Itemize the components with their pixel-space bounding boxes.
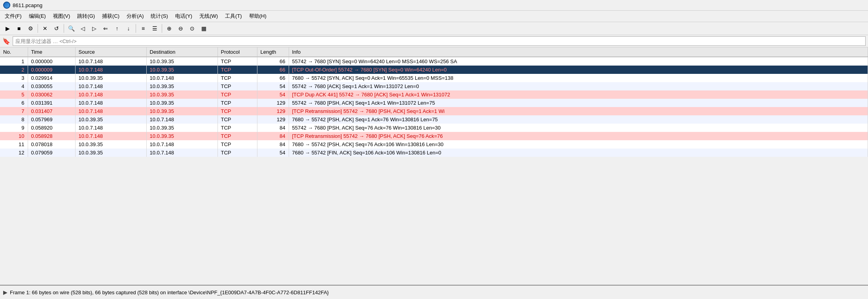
- prev-packet-btn[interactable]: ⇐: [100, 23, 111, 34]
- reload-file-btn[interactable]: ↺: [51, 23, 62, 34]
- cell-no: 9: [0, 124, 28, 132]
- header-protocol[interactable]: Protocol: [217, 47, 257, 57]
- cell-dest: 10.0.39.35: [146, 57, 217, 66]
- table-row[interactable]: 80.05796910.0.39.3510.0.7.148TCP1297680 …: [0, 115, 868, 124]
- cell-protocol: TCP: [217, 107, 257, 115]
- cell-dest: 10.0.39.35: [146, 82, 217, 90]
- zoom-out-btn[interactable]: ⊖: [176, 23, 186, 34]
- find-packet-btn[interactable]: 🔍: [66, 23, 76, 34]
- cell-no: 1: [0, 57, 28, 66]
- menu-tools[interactable]: 工具(T): [222, 11, 245, 21]
- cell-time: 0.031391: [28, 99, 75, 107]
- cell-length: 84: [257, 140, 289, 149]
- start-capture-btn[interactable]: ▶: [2, 23, 13, 34]
- status-bar: ▶ Frame 1: 66 bytes on wire (528 bits), …: [0, 285, 868, 299]
- cell-info: 7680 → 55742 [PSH, ACK] Seq=76 Ack=106 W…: [289, 140, 868, 149]
- cell-source: 10.0.7.148: [75, 124, 146, 132]
- stop-capture-btn[interactable]: ■: [14, 23, 24, 34]
- header-no[interactable]: No.: [0, 47, 28, 57]
- cell-dest: 10.0.7.148: [146, 115, 217, 124]
- go-forward-btn[interactable]: ▷: [89, 23, 99, 34]
- next-keyframe-btn[interactable]: ↓: [123, 23, 134, 34]
- packet-table: No. Time Source Destination Protocol Len…: [0, 47, 868, 157]
- main-area: No. Time Source Destination Protocol Len…: [0, 47, 868, 296]
- menu-wireless[interactable]: 无线(W): [196, 11, 221, 21]
- go-back-btn[interactable]: ◁: [78, 23, 88, 34]
- table-row[interactable]: 20.00000910.0.7.14810.0.39.35TCP66[TCP O…: [0, 66, 868, 74]
- cell-dest: 10.0.39.35: [146, 107, 217, 115]
- cell-source: 10.0.39.35: [75, 115, 146, 124]
- colorize-btn[interactable]: ≡: [138, 23, 148, 34]
- header-length[interactable]: Length: [257, 47, 289, 57]
- packet-list[interactable]: No. Time Source Destination Protocol Len…: [0, 47, 868, 296]
- menu-telephone[interactable]: 电话(Y): [172, 11, 195, 21]
- cell-no: 6: [0, 99, 28, 107]
- cell-protocol: TCP: [217, 149, 257, 157]
- cell-length: 129: [257, 107, 289, 115]
- table-row[interactable]: 30.02991410.0.39.3510.0.7.148TCP667680 →…: [0, 74, 868, 82]
- cell-no: 8: [0, 115, 28, 124]
- cell-protocol: TCP: [217, 140, 257, 149]
- cell-info: 55742 → 7680 [ACK] Seq=1 Ack=1 Win=13107…: [289, 82, 868, 90]
- cell-info: 55742 → 7680 [PSH, ACK] Seq=1 Ack=1 Win=…: [289, 99, 868, 107]
- menu-analyze[interactable]: 分析(A): [123, 11, 147, 21]
- cell-length: 54: [257, 149, 289, 157]
- table-row[interactable]: 120.07905910.0.39.3510.0.7.148TCP547680 …: [0, 149, 868, 157]
- prev-keyframe-btn[interactable]: ↑: [112, 23, 122, 34]
- zoom-in-btn[interactable]: ⊕: [164, 23, 174, 34]
- capture-options-btn[interactable]: ⚙: [25, 23, 36, 34]
- cell-info: [TCP Retransmission] 55742 → 7680 [PSH, …: [289, 107, 868, 115]
- cell-length: 66: [257, 66, 289, 74]
- filter-input[interactable]: [13, 36, 866, 46]
- cell-protocol: TCP: [217, 115, 257, 124]
- table-row[interactable]: 10.00000010.0.7.14810.0.39.35TCP6655742 …: [0, 57, 868, 66]
- cell-length: 54: [257, 82, 289, 90]
- cell-time: 0.057969: [28, 115, 75, 124]
- cell-source: 10.0.7.148: [75, 107, 146, 115]
- table-row[interactable]: 50.03006210.0.7.14810.0.39.35TCP54[TCP D…: [0, 90, 868, 99]
- cell-no: 11: [0, 140, 28, 149]
- menu-help[interactable]: 帮助(H): [246, 11, 270, 21]
- io-graph-btn[interactable]: ☰: [149, 23, 160, 34]
- header-dest[interactable]: Destination: [146, 47, 217, 57]
- cell-dest: 10.0.7.148: [146, 140, 217, 149]
- menu-file[interactable]: 文件(F): [2, 11, 25, 21]
- header-info[interactable]: Info: [289, 47, 868, 57]
- header-source[interactable]: Source: [75, 47, 146, 57]
- menu-edit[interactable]: 编辑(E): [26, 11, 49, 21]
- filter-bar: 🔖: [0, 35, 868, 47]
- menu-go[interactable]: 跳转(G): [74, 11, 98, 21]
- menu-view[interactable]: 视图(V): [50, 11, 73, 21]
- cell-length: 54: [257, 90, 289, 99]
- menu-capture[interactable]: 捕获(C): [99, 11, 123, 21]
- cell-time: 0.031407: [28, 107, 75, 115]
- toolbar-separator: [136, 24, 136, 33]
- status-chevron-icon: ▶: [3, 289, 8, 295]
- header-time[interactable]: Time: [28, 47, 75, 57]
- cell-protocol: TCP: [217, 124, 257, 132]
- table-row[interactable]: 40.03005510.0.7.14810.0.39.35TCP5455742 …: [0, 82, 868, 90]
- menu-statistics[interactable]: 统计(S): [148, 11, 171, 21]
- cell-protocol: TCP: [217, 66, 257, 74]
- cell-length: 129: [257, 115, 289, 124]
- cell-dest: 10.0.39.35: [146, 132, 217, 140]
- cell-time: 0.078018: [28, 140, 75, 149]
- table-row[interactable]: 70.03140710.0.7.14810.0.39.35TCP129[TCP …: [0, 107, 868, 115]
- cell-time: 0.000009: [28, 66, 75, 74]
- cell-info: 7680 → 55742 [FIN, ACK] Seq=106 Ack=106 …: [289, 149, 868, 157]
- cell-length: 129: [257, 99, 289, 107]
- table-row[interactable]: 110.07801810.0.39.3510.0.7.148TCP847680 …: [0, 140, 868, 149]
- table-row[interactable]: 90.05892010.0.7.14810.0.39.35TCP8455742 …: [0, 124, 868, 132]
- cell-time: 0.058928: [28, 132, 75, 140]
- cell-no: 7: [0, 107, 28, 115]
- cell-time: 0.000000: [28, 57, 75, 66]
- zoom-normal-btn[interactable]: ⊙: [187, 23, 197, 34]
- packet-table-body: 10.00000010.0.7.14810.0.39.35TCP6655742 …: [0, 57, 868, 157]
- table-row[interactable]: 60.03139110.0.7.14810.0.39.35TCP12955742…: [0, 99, 868, 107]
- cell-info: [TCP Dup ACK 4#1] 55742 → 7680 [ACK] Seq…: [289, 90, 868, 99]
- close-file-btn[interactable]: ✕: [40, 23, 50, 34]
- resize-cols-btn[interactable]: ▦: [199, 23, 209, 34]
- table-row[interactable]: 100.05892810.0.7.14810.0.39.35TCP84[TCP …: [0, 132, 868, 140]
- cell-source: 10.0.7.148: [75, 99, 146, 107]
- cell-info: 55742 → 7680 [SYN] Seq=0 Win=64240 Len=0…: [289, 57, 868, 66]
